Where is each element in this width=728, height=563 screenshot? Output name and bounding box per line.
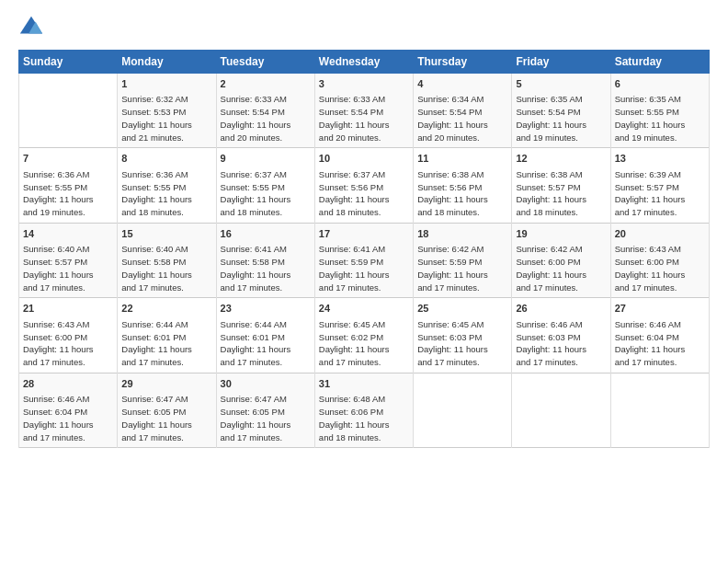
day-number: 25	[417, 302, 507, 316]
page-container: SundayMondayTuesdayWednesdayThursdayFrid…	[0, 0, 728, 457]
day-info: Sunrise: 6:47 AM Sunset: 6:05 PM Dayligh…	[221, 393, 311, 443]
day-info: Sunrise: 6:37 AM Sunset: 5:56 PM Dayligh…	[319, 168, 409, 219]
calendar-cell: 23Sunrise: 6:44 AM Sunset: 6:01 PM Dayli…	[216, 298, 314, 373]
calendar-cell	[19, 74, 118, 148]
day-info: Sunrise: 6:35 AM Sunset: 5:55 PM Dayligh…	[615, 93, 705, 144]
calendar-cell: 4Sunrise: 6:34 AM Sunset: 5:54 PM Daylig…	[414, 74, 512, 148]
calendar-week-row: 1Sunrise: 6:32 AM Sunset: 5:53 PM Daylig…	[19, 74, 710, 148]
day-number: 7	[23, 152, 113, 166]
day-info: Sunrise: 6:48 AM Sunset: 6:06 PM Dayligh…	[319, 393, 409, 443]
day-info: Sunrise: 6:45 AM Sunset: 6:03 PM Dayligh…	[417, 318, 507, 369]
day-info: Sunrise: 6:42 AM Sunset: 5:59 PM Dayligh…	[417, 243, 507, 293]
day-info: Sunrise: 6:45 AM Sunset: 6:02 PM Dayligh…	[319, 318, 409, 369]
calendar-week-row: 21Sunrise: 6:43 AM Sunset: 6:00 PM Dayli…	[19, 298, 710, 373]
day-number: 2	[221, 77, 311, 91]
day-info: Sunrise: 6:44 AM Sunset: 6:01 PM Dayligh…	[121, 318, 211, 369]
calendar-cell: 30Sunrise: 6:47 AM Sunset: 6:05 PM Dayli…	[216, 373, 314, 447]
day-number: 31	[319, 377, 409, 391]
calendar-cell: 14Sunrise: 6:40 AM Sunset: 5:57 PM Dayli…	[19, 223, 118, 297]
day-info: Sunrise: 6:34 AM Sunset: 5:54 PM Dayligh…	[417, 93, 507, 144]
header	[18, 15, 710, 40]
day-number: 22	[121, 302, 211, 316]
calendar-cell: 16Sunrise: 6:41 AM Sunset: 5:58 PM Dayli…	[216, 223, 314, 297]
day-number: 19	[516, 227, 606, 241]
calendar-cell: 22Sunrise: 6:44 AM Sunset: 6:01 PM Dayli…	[118, 298, 216, 373]
day-info: Sunrise: 6:46 AM Sunset: 6:03 PM Dayligh…	[516, 318, 606, 369]
day-info: Sunrise: 6:36 AM Sunset: 5:55 PM Dayligh…	[121, 168, 211, 219]
calendar-table: SundayMondayTuesdayWednesdayThursdayFrid…	[18, 50, 710, 448]
day-number: 26	[516, 302, 606, 316]
day-number: 8	[121, 152, 211, 166]
day-info: Sunrise: 6:43 AM Sunset: 6:00 PM Dayligh…	[615, 243, 705, 293]
calendar-cell: 20Sunrise: 6:43 AM Sunset: 6:00 PM Dayli…	[610, 223, 709, 297]
day-info: Sunrise: 6:39 AM Sunset: 5:57 PM Dayligh…	[615, 168, 705, 219]
calendar-cell: 19Sunrise: 6:42 AM Sunset: 6:00 PM Dayli…	[512, 223, 610, 297]
day-info: Sunrise: 6:46 AM Sunset: 6:04 PM Dayligh…	[23, 393, 113, 443]
calendar-cell: 17Sunrise: 6:41 AM Sunset: 5:59 PM Dayli…	[314, 223, 413, 297]
day-number: 3	[319, 77, 409, 91]
calendar-cell: 5Sunrise: 6:35 AM Sunset: 5:54 PM Daylig…	[512, 74, 610, 148]
day-info: Sunrise: 6:41 AM Sunset: 5:59 PM Dayligh…	[319, 243, 409, 293]
calendar-header-row: SundayMondayTuesdayWednesdayThursdayFrid…	[19, 51, 710, 74]
day-number: 4	[417, 77, 507, 91]
calendar-header-friday: Friday	[512, 51, 610, 74]
day-number: 1	[121, 77, 211, 91]
day-number: 23	[221, 302, 311, 316]
calendar-cell: 11Sunrise: 6:38 AM Sunset: 5:56 PM Dayli…	[414, 148, 512, 223]
day-info: Sunrise: 6:32 AM Sunset: 5:53 PM Dayligh…	[121, 93, 211, 144]
calendar-week-row: 14Sunrise: 6:40 AM Sunset: 5:57 PM Dayli…	[19, 223, 710, 297]
calendar-cell: 1Sunrise: 6:32 AM Sunset: 5:53 PM Daylig…	[118, 74, 216, 148]
day-number: 5	[516, 77, 606, 91]
calendar-header-sunday: Sunday	[19, 51, 118, 74]
calendar-cell: 9Sunrise: 6:37 AM Sunset: 5:55 PM Daylig…	[216, 148, 314, 223]
calendar-week-row: 28Sunrise: 6:46 AM Sunset: 6:04 PM Dayli…	[19, 373, 710, 447]
day-number: 11	[417, 152, 507, 166]
day-number: 24	[319, 302, 409, 316]
calendar-header-tuesday: Tuesday	[216, 51, 314, 74]
day-info: Sunrise: 6:38 AM Sunset: 5:57 PM Dayligh…	[516, 168, 606, 219]
calendar-cell: 15Sunrise: 6:40 AM Sunset: 5:58 PM Dayli…	[118, 223, 216, 297]
calendar-cell: 3Sunrise: 6:33 AM Sunset: 5:54 PM Daylig…	[314, 74, 413, 148]
calendar-cell: 28Sunrise: 6:46 AM Sunset: 6:04 PM Dayli…	[19, 373, 118, 447]
day-info: Sunrise: 6:42 AM Sunset: 6:00 PM Dayligh…	[516, 243, 606, 293]
day-info: Sunrise: 6:44 AM Sunset: 6:01 PM Dayligh…	[221, 318, 311, 369]
day-number: 28	[23, 377, 113, 391]
calendar-cell: 24Sunrise: 6:45 AM Sunset: 6:02 PM Dayli…	[314, 298, 413, 373]
calendar-cell	[610, 373, 709, 447]
day-number: 16	[221, 227, 311, 241]
calendar-cell: 7Sunrise: 6:36 AM Sunset: 5:55 PM Daylig…	[19, 148, 118, 223]
day-info: Sunrise: 6:47 AM Sunset: 6:05 PM Dayligh…	[121, 393, 211, 443]
day-info: Sunrise: 6:33 AM Sunset: 5:54 PM Dayligh…	[319, 93, 409, 144]
day-info: Sunrise: 6:38 AM Sunset: 5:56 PM Dayligh…	[417, 168, 507, 219]
day-number: 9	[221, 152, 311, 166]
calendar-cell: 2Sunrise: 6:33 AM Sunset: 5:54 PM Daylig…	[216, 74, 314, 148]
day-number: 13	[615, 152, 705, 166]
day-info: Sunrise: 6:41 AM Sunset: 5:58 PM Dayligh…	[221, 243, 311, 293]
day-number: 20	[615, 227, 705, 241]
day-number: 17	[319, 227, 409, 241]
calendar-cell: 26Sunrise: 6:46 AM Sunset: 6:03 PM Dayli…	[512, 298, 610, 373]
logo	[18, 15, 48, 40]
day-number: 12	[516, 152, 606, 166]
logo-icon	[18, 15, 44, 40]
day-number: 18	[417, 227, 507, 241]
calendar-cell: 31Sunrise: 6:48 AM Sunset: 6:06 PM Dayli…	[314, 373, 413, 447]
calendar-cell: 29Sunrise: 6:47 AM Sunset: 6:05 PM Dayli…	[118, 373, 216, 447]
day-number: 21	[23, 302, 113, 316]
day-info: Sunrise: 6:40 AM Sunset: 5:57 PM Dayligh…	[23, 243, 113, 293]
calendar-cell	[414, 373, 512, 447]
calendar-cell	[512, 373, 610, 447]
calendar-cell: 27Sunrise: 6:46 AM Sunset: 6:04 PM Dayli…	[610, 298, 709, 373]
day-info: Sunrise: 6:36 AM Sunset: 5:55 PM Dayligh…	[23, 168, 113, 219]
day-info: Sunrise: 6:33 AM Sunset: 5:54 PM Dayligh…	[221, 93, 311, 144]
day-number: 6	[615, 77, 705, 91]
day-number: 14	[23, 227, 113, 241]
calendar-week-row: 7Sunrise: 6:36 AM Sunset: 5:55 PM Daylig…	[19, 148, 710, 223]
calendar-header-wednesday: Wednesday	[314, 51, 413, 74]
day-number: 27	[615, 302, 705, 316]
day-info: Sunrise: 6:40 AM Sunset: 5:58 PM Dayligh…	[121, 243, 211, 293]
day-number: 15	[121, 227, 211, 241]
calendar-header-monday: Monday	[118, 51, 216, 74]
calendar-cell: 13Sunrise: 6:39 AM Sunset: 5:57 PM Dayli…	[610, 148, 709, 223]
day-info: Sunrise: 6:43 AM Sunset: 6:00 PM Dayligh…	[23, 318, 113, 369]
